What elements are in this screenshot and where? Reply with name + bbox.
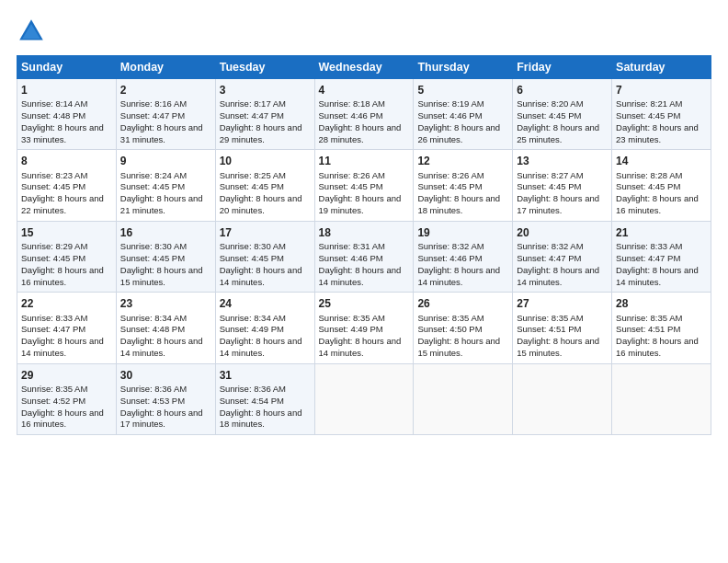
sunset-text: Sunset: 4:54 PM	[220, 396, 311, 408]
sunrise-text: Sunrise: 8:36 AM	[220, 384, 311, 396]
daylight-text: Daylight: 8 hours and 14 minutes.	[120, 336, 211, 360]
day-number: 19	[417, 225, 508, 240]
calendar-cell: 9Sunrise: 8:24 AMSunset: 4:45 PMDaylight…	[116, 150, 215, 221]
sunset-text: Sunset: 4:45 PM	[220, 253, 311, 265]
sunrise-text: Sunrise: 8:18 AM	[319, 98, 410, 110]
sunset-text: Sunset: 4:51 PM	[616, 324, 707, 336]
daylight-text: Daylight: 8 hours and 15 minutes.	[120, 265, 211, 289]
daylight-text: Daylight: 8 hours and 14 minutes.	[220, 265, 311, 289]
daylight-text: Daylight: 8 hours and 21 minutes.	[120, 193, 211, 217]
sunset-text: Sunset: 4:45 PM	[120, 253, 211, 265]
day-number: 28	[616, 296, 707, 311]
day-number: 2	[120, 83, 211, 98]
calendar-cell: 11Sunrise: 8:26 AMSunset: 4:45 PMDayligh…	[314, 150, 414, 221]
sunset-text: Sunset: 4:47 PM	[616, 253, 707, 265]
daylight-text: Daylight: 8 hours and 14 minutes.	[319, 336, 410, 360]
calendar-cell	[414, 363, 513, 434]
calendar-cell: 8Sunrise: 8:23 AMSunset: 4:45 PMDaylight…	[17, 150, 117, 221]
calendar-cell: 15Sunrise: 8:29 AMSunset: 4:45 PMDayligh…	[17, 221, 117, 292]
calendar-header: SundayMondayTuesdayWednesdayThursdayFrid…	[17, 56, 711, 79]
sunset-text: Sunset: 4:45 PM	[616, 181, 707, 193]
header-day-tuesday: Tuesday	[215, 56, 314, 79]
sunrise-text: Sunrise: 8:24 AM	[120, 170, 211, 182]
calendar-cell: 4Sunrise: 8:18 AMSunset: 4:46 PMDaylight…	[314, 79, 414, 150]
daylight-text: Daylight: 8 hours and 22 minutes.	[21, 193, 112, 217]
sunrise-text: Sunrise: 8:26 AM	[417, 170, 508, 182]
day-number: 23	[120, 296, 211, 311]
day-number: 29	[21, 368, 112, 383]
day-number: 21	[616, 225, 707, 240]
header-day-wednesday: Wednesday	[314, 56, 414, 79]
daylight-text: Daylight: 8 hours and 14 minutes.	[319, 265, 410, 289]
sunset-text: Sunset: 4:51 PM	[517, 324, 608, 336]
calendar-cell: 20Sunrise: 8:32 AMSunset: 4:47 PMDayligh…	[513, 221, 612, 292]
daylight-text: Daylight: 8 hours and 14 minutes.	[517, 265, 608, 289]
header-day-thursday: Thursday	[414, 56, 513, 79]
calendar-table: SundayMondayTuesdayWednesdayThursdayFrid…	[17, 55, 711, 435]
sunrise-text: Sunrise: 8:36 AM	[120, 384, 211, 396]
sunrise-text: Sunrise: 8:32 AM	[517, 241, 608, 253]
day-number: 25	[319, 296, 410, 311]
day-number: 26	[417, 296, 508, 311]
sunrise-text: Sunrise: 8:35 AM	[21, 384, 112, 396]
sunrise-text: Sunrise: 8:31 AM	[319, 241, 410, 253]
week-row-0: 1Sunrise: 8:14 AMSunset: 4:48 PMDaylight…	[17, 79, 711, 150]
sunrise-text: Sunrise: 8:35 AM	[319, 313, 410, 325]
calendar-cell	[314, 363, 414, 434]
daylight-text: Daylight: 8 hours and 31 minutes.	[120, 122, 211, 146]
day-number: 7	[616, 83, 707, 98]
daylight-text: Daylight: 8 hours and 33 minutes.	[21, 122, 112, 146]
daylight-text: Daylight: 8 hours and 19 minutes.	[319, 193, 410, 217]
sunset-text: Sunset: 4:48 PM	[120, 324, 211, 336]
daylight-text: Daylight: 8 hours and 25 minutes.	[517, 122, 608, 146]
daylight-text: Daylight: 8 hours and 29 minutes.	[220, 122, 311, 146]
daylight-text: Daylight: 8 hours and 14 minutes.	[616, 265, 707, 289]
daylight-text: Daylight: 8 hours and 26 minutes.	[417, 122, 508, 146]
day-number: 27	[517, 296, 608, 311]
day-number: 1	[21, 83, 112, 98]
daylight-text: Daylight: 8 hours and 16 minutes.	[616, 193, 707, 217]
sunrise-text: Sunrise: 8:35 AM	[616, 313, 707, 325]
week-row-3: 22Sunrise: 8:33 AMSunset: 4:47 PMDayligh…	[17, 293, 711, 363]
day-number: 20	[517, 225, 608, 240]
day-number: 12	[417, 154, 508, 168]
calendar-cell: 7Sunrise: 8:21 AMSunset: 4:45 PMDaylight…	[612, 79, 711, 150]
calendar-cell: 2Sunrise: 8:16 AMSunset: 4:47 PMDaylight…	[116, 79, 215, 150]
sunrise-text: Sunrise: 8:19 AM	[417, 98, 508, 110]
sunset-text: Sunset: 4:45 PM	[319, 181, 410, 193]
calendar-cell: 29Sunrise: 8:35 AMSunset: 4:52 PMDayligh…	[17, 363, 117, 434]
sunrise-text: Sunrise: 8:30 AM	[220, 241, 311, 253]
logo	[17, 17, 50, 46]
sunset-text: Sunset: 4:47 PM	[220, 110, 311, 122]
daylight-text: Daylight: 8 hours and 14 minutes.	[220, 336, 311, 360]
day-number: 14	[616, 154, 707, 168]
sunset-text: Sunset: 4:52 PM	[21, 396, 112, 408]
calendar-cell: 17Sunrise: 8:30 AMSunset: 4:45 PMDayligh…	[215, 221, 314, 292]
sunset-text: Sunset: 4:49 PM	[319, 324, 410, 336]
header-day-friday: Friday	[513, 56, 612, 79]
day-number: 24	[220, 296, 311, 311]
sunset-text: Sunset: 4:46 PM	[319, 253, 410, 265]
sunrise-text: Sunrise: 8:35 AM	[417, 313, 508, 325]
day-number: 8	[21, 154, 112, 168]
sunset-text: Sunset: 4:47 PM	[517, 253, 608, 265]
calendar-cell: 3Sunrise: 8:17 AMSunset: 4:47 PMDaylight…	[215, 79, 314, 150]
calendar-cell: 19Sunrise: 8:32 AMSunset: 4:46 PMDayligh…	[414, 221, 513, 292]
calendar-cell: 12Sunrise: 8:26 AMSunset: 4:45 PMDayligh…	[414, 150, 513, 221]
day-number: 22	[21, 296, 112, 311]
sunrise-text: Sunrise: 8:25 AM	[220, 170, 311, 182]
header-day-saturday: Saturday	[612, 56, 711, 79]
sunset-text: Sunset: 4:49 PM	[220, 324, 311, 336]
header	[17, 17, 711, 46]
calendar-cell: 18Sunrise: 8:31 AMSunset: 4:46 PMDayligh…	[314, 221, 414, 292]
sunrise-text: Sunrise: 8:16 AM	[120, 98, 211, 110]
calendar-cell	[513, 363, 612, 434]
day-number: 3	[220, 83, 311, 98]
day-number: 15	[21, 225, 112, 240]
calendar-cell: 24Sunrise: 8:34 AMSunset: 4:49 PMDayligh…	[215, 293, 314, 363]
daylight-text: Daylight: 8 hours and 28 minutes.	[319, 122, 410, 146]
week-row-1: 8Sunrise: 8:23 AMSunset: 4:45 PMDaylight…	[17, 150, 711, 221]
sunrise-text: Sunrise: 8:20 AM	[517, 98, 608, 110]
sunset-text: Sunset: 4:45 PM	[120, 181, 211, 193]
sunset-text: Sunset: 4:45 PM	[616, 110, 707, 122]
